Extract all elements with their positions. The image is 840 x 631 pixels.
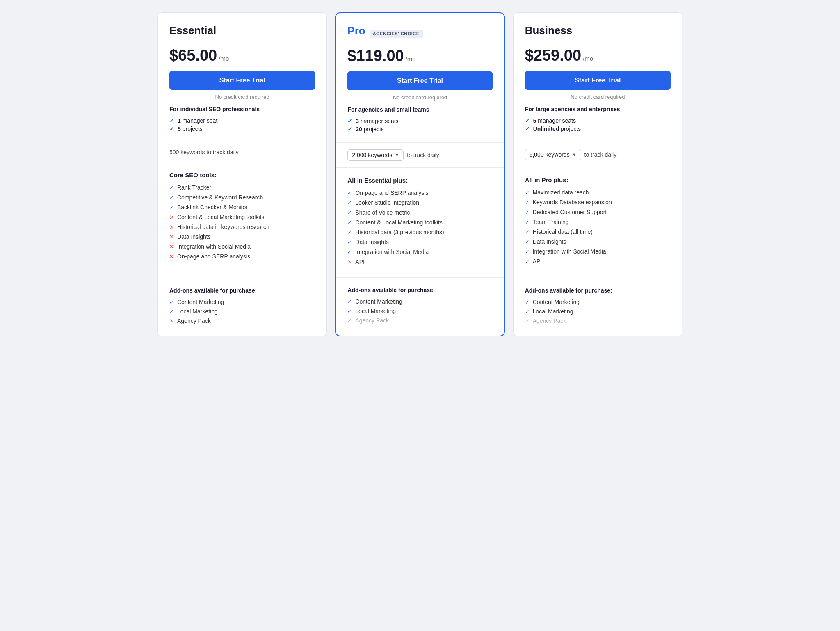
addon-item: ✓ Agency Pack [525, 318, 671, 324]
feature-text: Content & Local Marketing toolkits [355, 219, 442, 226]
addon-item: ✓ Content Marketing [525, 299, 671, 305]
feature-item: ✓ Data Insights [347, 239, 492, 245]
keywords-suffix: to track daily [584, 151, 617, 158]
check-icon: ✓ [347, 239, 352, 245]
check-icon: ✓ [347, 219, 352, 226]
check-icon: ✓ [525, 229, 530, 235]
check-icon: ✓ [347, 200, 352, 206]
plan-description: For individual SEO professionals [169, 106, 315, 112]
plan-price: $259.00 /mo [525, 47, 671, 64]
seats-list: ✓ 5 manager seats ✓ Unlimited projects [525, 117, 671, 132]
seats-list: ✓ 3 manager seats ✓ 30 projects [347, 118, 492, 133]
check-icon: ✓ [525, 258, 530, 265]
check-icon: ✓ [169, 117, 174, 124]
seat-item: ✓ Unlimited projects [525, 126, 671, 132]
check-icon: ✓ [525, 199, 530, 206]
check-icon: ✓ [525, 117, 530, 124]
check-icon: ✓ [525, 219, 530, 225]
trial-button[interactable]: Start Free Trial [169, 71, 315, 90]
seats-list: ✓ 1 manager seat ✓ 5 projects [169, 117, 315, 132]
feature-item: ✕ On-page and SERP analysis [169, 253, 315, 260]
features-section: All in Pro plus: ✓ Maximized data reach … [514, 167, 682, 278]
feature-item: ✓ Data Insights [525, 238, 671, 245]
no-credit-card-text: No credit card required [169, 94, 315, 100]
check-gray-icon: ✓ [525, 318, 530, 324]
check-icon: ✓ [169, 194, 174, 201]
addon-item: ✓ Content Marketing [347, 298, 492, 305]
feature-text: API [533, 258, 542, 265]
feature-item: ✕ Content & Local Marketing toolkits [169, 214, 315, 220]
feature-item: ✓ Integration with Social Media [347, 249, 492, 255]
price-amount: $119.00 [347, 47, 404, 65]
check-icon: ✓ [525, 239, 530, 245]
feature-text: API [355, 258, 365, 265]
addon-text: Local Marketing [533, 308, 573, 315]
feature-text: On-page and SERP analysis [177, 253, 250, 260]
addon-item: ✓ Local Marketing [169, 308, 315, 315]
features-list: ✓ Maximized data reach ✓ Keywords Databa… [525, 189, 671, 265]
feature-item: ✕ Historical data in keywords research [169, 224, 315, 230]
addon-item: ✓ Content Marketing [169, 299, 315, 305]
feature-item: ✕ Integration with Social Media [169, 243, 315, 250]
features-list: ✓ Rank Tracker ✓ Competitive & Keyword R… [169, 184, 315, 260]
feature-text: Data Insights [355, 239, 389, 245]
plan-card-essential: Essential $65.00 /mo Start Free Trial No… [158, 12, 327, 336]
seat-item: ✓ 1 manager seat [169, 117, 315, 124]
feature-text: Looker Studio integration [355, 199, 419, 206]
addons-section: Add-ons available for purchase: ✓ Conten… [336, 278, 504, 336]
seat-text: 5 projects [178, 126, 203, 132]
feature-item: ✓ Maximized data reach [525, 189, 671, 196]
addon-item: ✕ Agency Pack [169, 318, 315, 324]
addons-list: ✓ Content Marketing ✓ Local Marketing ✕ … [169, 299, 315, 324]
trial-button[interactable]: Start Free Trial [525, 71, 671, 90]
check-icon: ✓ [347, 308, 352, 314]
features-title: All in Essential plus: [347, 177, 492, 184]
plan-description: For large agencies and enterprises [525, 106, 671, 112]
feature-item: ✓ Team Training [525, 219, 671, 225]
feature-item: ✓ Share of Voice metric [347, 209, 492, 216]
check-icon: ✓ [347, 210, 352, 216]
check-icon: ✓ [525, 190, 530, 196]
addon-text: Local Marketing [355, 308, 396, 314]
addons-title: Add-ons available for purchase: [525, 287, 671, 294]
keywords-dropdown[interactable]: 2,000 keywords ▼ [347, 149, 404, 161]
check-icon: ✓ [169, 185, 174, 191]
plan-name: Essential [169, 24, 216, 37]
plan-card-business: Business $259.00 /mo Start Free Trial No… [513, 12, 682, 336]
feature-item: ✓ Historical data (all time) [525, 229, 671, 235]
feature-text: Maximized data reach [533, 189, 589, 196]
feature-item: ✕ Data Insights [169, 233, 315, 240]
seat-item: ✓ 30 projects [347, 126, 492, 133]
addons-section: Add-ons available for purchase: ✓ Conten… [158, 278, 326, 336]
feature-text: Dedicated Customer Support [533, 209, 607, 215]
x-icon: ✕ [169, 214, 174, 220]
keywords-section: 2,000 keywords ▼ to track daily [336, 143, 504, 168]
feature-item: ✓ API [525, 258, 671, 265]
check-gray-icon: ✓ [347, 318, 352, 324]
x-icon: ✕ [169, 254, 174, 260]
feature-text: Historical data in keywords research [177, 224, 269, 230]
seat-item: ✓ 5 manager seats [525, 117, 671, 124]
addons-title: Add-ons available for purchase: [169, 287, 315, 294]
price-amount: $259.00 [525, 47, 581, 64]
feature-text: Backlink Checker & Monitor [177, 204, 248, 210]
feature-text: Historical data (3 previous months) [355, 229, 444, 235]
feature-item: ✓ Keywords Database expansion [525, 199, 671, 206]
check-icon: ✓ [525, 249, 530, 255]
seat-text: 3 manager seats [356, 118, 398, 124]
trial-button[interactable]: Start Free Trial [347, 71, 492, 90]
price-period: /mo [583, 55, 593, 62]
check-icon: ✓ [347, 299, 352, 305]
seat-item: ✓ 5 projects [169, 126, 315, 132]
features-list: ✓ On-page and SERP analysis ✓ Looker Stu… [347, 190, 492, 265]
check-icon: ✓ [525, 299, 530, 305]
keywords-dropdown[interactable]: 5,000 keywords ▼ [525, 149, 581, 160]
price-amount: $65.00 [169, 47, 217, 64]
check-icon: ✓ [169, 126, 174, 132]
keywords-value: 2,000 keywords [352, 152, 392, 158]
check-icon: ✓ [347, 118, 352, 124]
feature-text: Data Insights [177, 233, 211, 240]
check-icon: ✓ [525, 309, 530, 315]
plan-price: $119.00 /mo [347, 47, 492, 65]
no-credit-card-text: No credit card required [347, 94, 492, 101]
